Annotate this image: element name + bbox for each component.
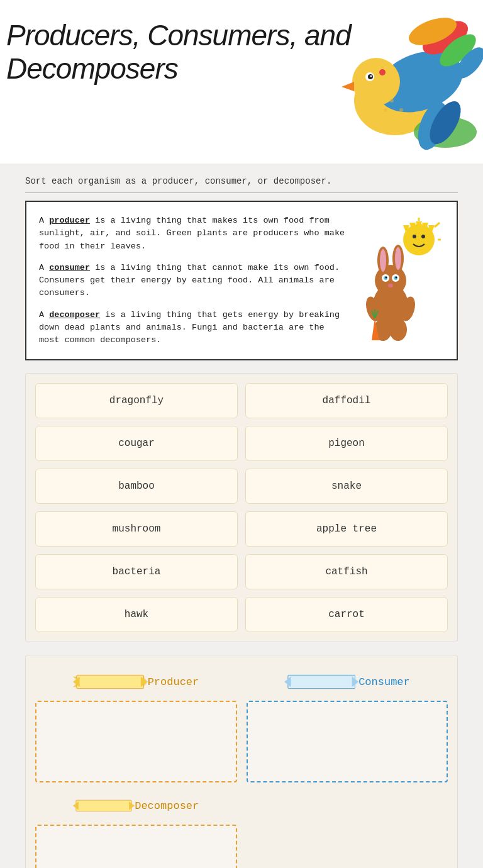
organism-card-pigeon[interactable]: pigeon bbox=[245, 426, 448, 461]
consumer-banner: Consumer bbox=[284, 668, 410, 696]
decomposer-label: Decomposer bbox=[135, 800, 199, 812]
svg-marker-57 bbox=[352, 677, 358, 687]
svg-marker-10 bbox=[341, 82, 354, 91]
svg-rect-58 bbox=[76, 800, 131, 811]
sort-top-row: Producer Consumer bbox=[35, 668, 448, 782]
instruction-text: Sort each organism as a producer, consum… bbox=[25, 176, 458, 193]
producer-definition: A producer is a living thing that makes … bbox=[39, 214, 350, 253]
organism-grid-container: dragonfly daffodil cougar pigeon bamboo … bbox=[25, 373, 458, 642]
definition-text-area: A producer is a living thing that makes … bbox=[39, 214, 350, 347]
organism-card-catfish[interactable]: catfish bbox=[245, 554, 448, 589]
svg-rect-52 bbox=[77, 676, 144, 689]
producer-column: Producer bbox=[35, 668, 237, 782]
svg-point-6 bbox=[352, 58, 400, 106]
svg-point-32 bbox=[380, 249, 386, 272]
decomposer-definition: A decomposer is a living thing that gets… bbox=[39, 309, 350, 347]
organism-grid: dragonfly daffodil cougar pigeon bamboo … bbox=[35, 383, 448, 632]
empty-column bbox=[247, 792, 448, 868]
organism-card-dragonfly[interactable]: dragonfly bbox=[35, 383, 238, 418]
svg-point-34 bbox=[395, 247, 401, 270]
svg-line-20 bbox=[435, 223, 440, 227]
cartoon-illustration bbox=[356, 214, 444, 347]
consumer-label: Consumer bbox=[358, 676, 410, 688]
svg-marker-56 bbox=[284, 677, 291, 687]
organism-card-bamboo[interactable]: bamboo bbox=[35, 469, 238, 504]
producer-label: Producer bbox=[148, 676, 199, 688]
organism-card-hawk[interactable]: hawk bbox=[35, 597, 238, 632]
organism-card-carrot[interactable]: carrot bbox=[245, 597, 448, 632]
producer-banner: Producer bbox=[73, 668, 199, 696]
svg-point-45 bbox=[389, 318, 407, 341]
organism-card-mushroom[interactable]: mushroom bbox=[35, 511, 238, 547]
organism-card-cougar[interactable]: cougar bbox=[35, 426, 238, 461]
consumer-definition: A consumer is a living thing that cannot… bbox=[39, 262, 350, 300]
svg-point-37 bbox=[386, 277, 387, 279]
main-content: Sort each organism as a producer, consum… bbox=[0, 164, 483, 868]
svg-point-23 bbox=[421, 235, 425, 238]
svg-point-41 bbox=[388, 284, 393, 287]
definition-box: A producer is a living thing that makes … bbox=[25, 201, 458, 360]
svg-rect-55 bbox=[288, 676, 355, 689]
bird-illustration bbox=[294, 0, 483, 164]
consumer-drop-area[interactable] bbox=[247, 701, 448, 782]
decomposer-banner: Decomposer bbox=[73, 792, 199, 820]
organism-card-daffodil[interactable]: daffodil bbox=[245, 383, 448, 418]
sort-bottom-row: Decomposer bbox=[35, 792, 448, 868]
svg-point-13 bbox=[399, 108, 403, 112]
svg-point-14 bbox=[384, 109, 387, 112]
producer-drop-area[interactable] bbox=[35, 701, 237, 782]
decomposer-column: Decomposer bbox=[35, 792, 237, 868]
svg-point-22 bbox=[413, 235, 416, 238]
svg-marker-60 bbox=[129, 801, 135, 810]
svg-point-9 bbox=[370, 75, 372, 77]
organism-card-snake[interactable]: snake bbox=[245, 469, 448, 504]
svg-point-12 bbox=[390, 99, 394, 103]
consumer-column: Consumer bbox=[247, 668, 448, 782]
svg-point-40 bbox=[396, 277, 397, 279]
svg-point-11 bbox=[379, 69, 386, 75]
organism-card-bacteria[interactable]: bacteria bbox=[35, 554, 238, 589]
svg-marker-59 bbox=[73, 801, 79, 810]
sort-area: Producer Consumer bbox=[25, 655, 458, 868]
decomposer-drop-area[interactable] bbox=[35, 825, 237, 868]
organism-card-apple-tree[interactable]: apple tree bbox=[245, 511, 448, 547]
top-section: Producers, Consumers, and Decomposers bbox=[0, 0, 483, 164]
